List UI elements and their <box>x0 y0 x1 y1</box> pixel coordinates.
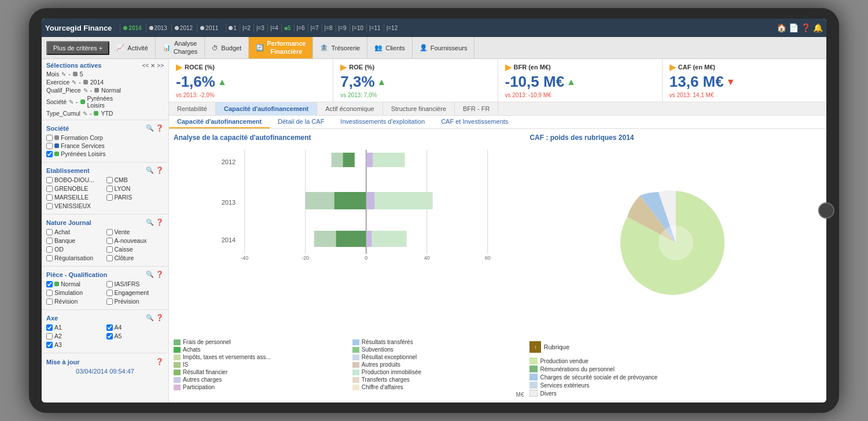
selections-close[interactable]: ✕ <box>150 62 155 69</box>
societe-search-icon[interactable]: 🔍 <box>146 124 154 132</box>
pq-ias-cb[interactable] <box>106 281 113 287</box>
clients-icon: 👥 <box>374 44 382 51</box>
document-icon[interactable]: 📄 <box>789 23 799 32</box>
num-tab-1[interactable]: 1 <box>226 24 239 32</box>
etablissement-help-icon[interactable]: ❓ <box>156 167 164 174</box>
tablet-home-button[interactable] <box>818 202 834 219</box>
svg-rect-22 <box>336 231 366 247</box>
sel-type-edit[interactable]: ✎ <box>83 110 87 117</box>
year-tab-2011[interactable]: 2011 <box>197 24 221 32</box>
num-tab-10[interactable]: |=10 <box>350 24 366 32</box>
sub-sub-tab-caf-invest[interactable]: CAF et Investissements <box>433 116 516 128</box>
axe-a2-cb[interactable] <box>46 333 53 339</box>
num-tab-3[interactable]: |=3 <box>253 24 267 32</box>
fournisseurs-label: Fournisseurs <box>431 45 468 51</box>
etab-grenoble-cb[interactable] <box>46 186 53 192</box>
nature-help-icon[interactable]: ❓ <box>156 219 164 226</box>
societe-formation-cb[interactable] <box>46 135 53 141</box>
num-tab-4[interactable]: |=4 <box>267 24 281 32</box>
num-tab-11[interactable]: |=11 <box>366 24 383 32</box>
sub-sub-tab-caf[interactable]: Capacité d'autofinancement <box>169 116 270 128</box>
axe-search-icon[interactable]: 🔍 <box>146 314 154 322</box>
sel-exercice-edit[interactable]: ✎ <box>72 79 76 86</box>
pq-normal-cb[interactable] <box>46 281 53 287</box>
plus-criteres-button[interactable]: Plus de critères + <box>46 41 109 55</box>
sel-societe-edit[interactable]: ✎ <box>69 99 73 105</box>
num-tab-12[interactable]: |=12 <box>384 24 400 32</box>
num-tab-2[interactable]: |=2 <box>240 24 253 32</box>
nav-bar: Plus de critères + 📈 Activité 📊 AnalyseC… <box>42 37 826 59</box>
nav-clients[interactable]: 👥 Clients <box>367 37 413 58</box>
right-panel: ▶ ROCE (%) -1,6% ▲ vs 2013: -2,0% ▶ ROE … <box>169 59 826 402</box>
sub-sub-tab-invest[interactable]: Investissements d'exploitation <box>332 116 433 128</box>
axe-a1-cb[interactable] <box>46 324 53 331</box>
nav-analyse-charges[interactable]: 📊 AnalyseCharges <box>156 37 205 58</box>
num-tab-5[interactable]: ■5 <box>281 24 293 32</box>
nav-performance[interactable]: 🔄 PerformanceFinancière <box>249 37 313 58</box>
num-tab-9[interactable]: |=9 <box>336 24 349 32</box>
etab-venissieux-cb[interactable] <box>46 203 53 209</box>
sub-tab-bfr[interactable]: BFR - FR <box>455 102 498 115</box>
kpi-roe-vs: vs 2013: 7,0% <box>340 92 490 98</box>
etab-venissieux: VENISSIEUX <box>46 202 104 210</box>
nat-vente-cb[interactable] <box>106 229 113 235</box>
legend-result-except: Résultat exceptionnel <box>352 354 524 360</box>
etab-lyon-cb[interactable] <box>106 186 113 192</box>
nat-anouveaux-cb[interactable] <box>106 238 113 244</box>
societe-france-cb[interactable] <box>46 143 53 149</box>
etab-marseille-cb[interactable] <box>46 194 53 201</box>
pq-simulation-cb[interactable] <box>46 290 53 296</box>
legend-ca: Chiffre d'affaires <box>352 384 524 390</box>
nav-tresorerie[interactable]: 🏦 Trésorerie <box>313 37 367 58</box>
axe-a3-cb[interactable] <box>46 342 53 348</box>
num-tab-8[interactable]: |=8 <box>322 24 335 32</box>
nat-regul-cb[interactable] <box>46 255 53 261</box>
clients-label: Clients <box>385 45 405 51</box>
piece-help-icon[interactable]: ❓ <box>156 271 164 278</box>
nature-search-icon[interactable]: 🔍 <box>146 219 154 226</box>
nat-achat-cb[interactable] <box>46 229 53 235</box>
sub-tab-caf[interactable]: Capacité d'autofinancement <box>216 102 317 115</box>
help-icon[interactable]: ❓ <box>801 23 811 32</box>
num-tab-6[interactable]: |=6 <box>294 24 307 32</box>
axe-a5-cb[interactable] <box>106 333 113 339</box>
num-tab-7[interactable]: |=7 <box>308 24 321 32</box>
sub-tab-actif[interactable]: Actif économique <box>317 102 382 115</box>
nat-caisse-cb[interactable] <box>106 246 113 253</box>
nat-banque-cb[interactable] <box>46 238 53 244</box>
pq-prevision-cb[interactable] <box>106 298 113 305</box>
societe-pyrenees-cb[interactable] <box>46 151 53 157</box>
year-tab-2014[interactable]: 2014 <box>120 24 144 32</box>
sel-mois-edit[interactable]: ✎ <box>61 71 66 77</box>
year-tab-2012[interactable]: 2012 <box>171 24 196 32</box>
sub-tab-rentabilite[interactable]: Rentabilité <box>169 102 216 115</box>
nat-cloture-cb[interactable] <box>106 255 113 261</box>
sub-tab-structure[interactable]: Structure financière <box>383 102 455 115</box>
svg-rect-23 <box>366 231 372 247</box>
etablissement-search-icon[interactable]: 🔍 <box>146 167 154 174</box>
sel-qualif-edit[interactable]: ✎ <box>83 87 88 94</box>
societe-help-icon[interactable]: ❓ <box>156 124 164 132</box>
home-icon[interactable]: 🏠 <box>777 23 786 32</box>
pq-engagement-cb[interactable] <box>106 290 113 296</box>
axe-help-icon[interactable]: ❓ <box>156 314 164 322</box>
nav-activite[interactable]: 📈 Activité <box>109 37 155 58</box>
nat-od-cb[interactable] <box>46 246 53 253</box>
etab-bobo-cb[interactable] <box>46 177 53 183</box>
mise-a-jour-help[interactable]: ❓ <box>156 358 164 365</box>
axe-a4: A4 <box>106 323 164 331</box>
societe-france: France Services <box>46 142 164 150</box>
activite-icon: 📈 <box>116 44 124 51</box>
axe-a4-cb[interactable] <box>106 324 113 331</box>
etab-paris-cb[interactable] <box>106 194 113 201</box>
nav-budget[interactable]: ⏱ Budget <box>205 37 249 58</box>
settings-icon[interactable]: 🔔 <box>813 23 823 32</box>
etab-cmb-cb[interactable] <box>106 177 113 183</box>
nav-fournisseurs[interactable]: 👤 Fournisseurs <box>413 37 475 58</box>
pq-revision-cb[interactable] <box>46 298 53 305</box>
selections-back[interactable]: << <box>142 62 149 69</box>
selections-forward[interactable]: >> <box>157 62 164 69</box>
piece-search-icon[interactable]: 🔍 <box>146 271 154 278</box>
year-tab-2013[interactable]: 2013 <box>146 24 170 32</box>
sub-sub-tab-detail[interactable]: Détail de la CAF <box>270 116 332 128</box>
